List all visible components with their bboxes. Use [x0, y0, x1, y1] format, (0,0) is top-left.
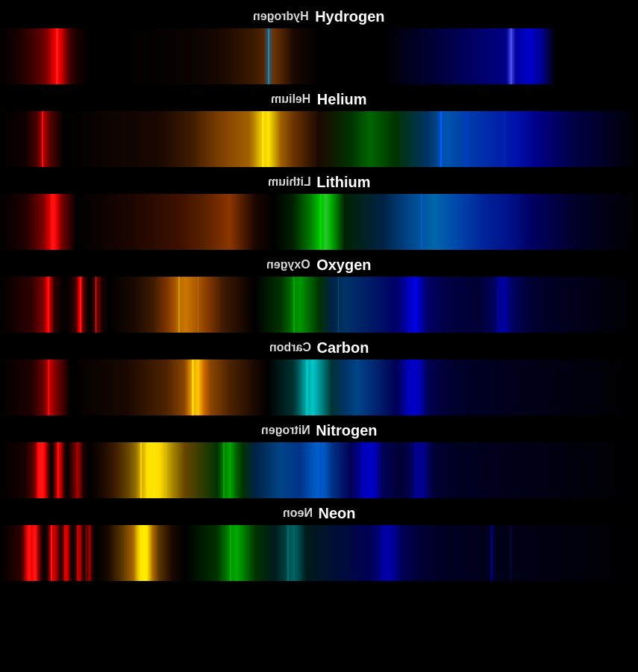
- line-h-beta: [268, 28, 269, 84]
- line-ne-2: [51, 525, 52, 581]
- line-n-3: [77, 442, 78, 498]
- line-n-violet: [415, 442, 416, 498]
- main-container: Hydrogen Hydrogen Helium Helium Lithium: [0, 0, 638, 585]
- element-block-helium: Helium Helium: [0, 86, 638, 167]
- label-neon: Neon: [319, 505, 356, 522]
- line-o-8: [408, 277, 410, 333]
- element-label-helium: Helium Helium: [0, 86, 638, 111]
- line-n-yellow3: [166, 442, 166, 498]
- line-c-yellow: [192, 359, 194, 415]
- line-h-gamma: [510, 28, 512, 84]
- element-block-carbon: Carbon Carbon: [0, 334, 638, 415]
- element-block-hydrogen: Hydrogen Hydrogen: [0, 3, 638, 84]
- line-o-6: [293, 277, 295, 333]
- spectrum-hydrogen: [0, 28, 638, 84]
- line-o-4: [178, 277, 180, 333]
- line-n-1: [38, 442, 40, 498]
- spectrum-carbon: [0, 359, 638, 415]
- line-c-cyan: [306, 359, 308, 415]
- label-nitrogen: Nitrogen: [316, 422, 377, 439]
- spectrum-helium: [0, 111, 638, 167]
- element-label-carbon: Carbon Carbon: [0, 334, 638, 359]
- line-n-yellow2: [153, 442, 154, 498]
- mirror-label-nitrogen: Nitrogen: [261, 424, 310, 437]
- mirror-label-oxygen: Oxygen: [266, 258, 310, 271]
- line-n-green: [223, 442, 225, 498]
- element-block-nitrogen: Nitrogen Nitrogen: [0, 417, 638, 498]
- line-ne-11: [510, 525, 511, 581]
- line-h-alpha: [56, 28, 58, 84]
- mirror-label-lithium: Lithium: [268, 175, 311, 189]
- line-ne-6: [140, 525, 143, 581]
- line-n-yellow1: [140, 442, 142, 498]
- element-label-nitrogen: Nitrogen Nitrogen: [0, 417, 638, 442]
- line-he-5: [504, 111, 505, 167]
- mirror-label-hydrogen: Hydrogen: [253, 10, 309, 23]
- element-block-lithium: Lithium Lithium: [0, 169, 638, 250]
- line-ne-7: [230, 525, 231, 581]
- line-c-blue: [408, 359, 410, 415]
- line-o-5: [198, 277, 198, 333]
- label-hydrogen: Hydrogen: [315, 8, 384, 25]
- mirror-label-carbon: Carbon: [269, 341, 311, 354]
- line-n-blue2: [363, 442, 365, 498]
- line-o-1: [48, 277, 49, 333]
- line-ne-1: [28, 525, 31, 581]
- line-o-2: [80, 277, 81, 333]
- line-he-3: [440, 111, 442, 167]
- line-li-green: [319, 194, 322, 250]
- line-c-red: [48, 359, 49, 415]
- line-o-7: [338, 277, 339, 333]
- label-helium: Helium: [317, 91, 367, 108]
- line-ne-3: [64, 525, 66, 581]
- line-he-1: [42, 111, 43, 167]
- mirror-label-neon: Neon: [283, 506, 313, 520]
- spectrum-neon: [0, 525, 638, 581]
- element-label-oxygen: Oxygen Oxygen: [0, 251, 638, 277]
- line-n-blue1: [319, 442, 321, 498]
- line-o-9: [498, 277, 499, 333]
- line-ne-10: [491, 525, 492, 581]
- spectrum-nitrogen: [0, 442, 638, 498]
- line-o-3: [96, 277, 96, 333]
- element-label-lithium: Lithium Lithium: [0, 169, 638, 194]
- line-ne-8: [287, 525, 289, 581]
- line-ne-5: [86, 525, 87, 581]
- label-lithium: Lithium: [316, 174, 370, 191]
- line-ne-4: [77, 525, 78, 581]
- spectrum-lithium: [0, 194, 638, 250]
- spectrum-oxygen: [0, 277, 638, 333]
- element-label-hydrogen: Hydrogen Hydrogen: [0, 3, 638, 28]
- line-n-2: [57, 442, 59, 498]
- line-he-4: [466, 111, 467, 167]
- mirror-label-helium: Helium: [271, 92, 310, 106]
- line-he-2: [262, 111, 264, 167]
- line-li-blue: [421, 194, 422, 250]
- label-carbon: Carbon: [317, 339, 369, 357]
- element-label-neon: Neon Neon: [0, 500, 638, 525]
- line-o-10: [510, 277, 511, 333]
- label-oxygen: Oxygen: [316, 257, 371, 274]
- line-li-red: [51, 194, 54, 250]
- element-block-oxygen: Oxygen Oxygen: [0, 251, 638, 333]
- line-ne-9: [383, 525, 384, 581]
- element-block-neon: Neon Neon: [0, 500, 638, 581]
